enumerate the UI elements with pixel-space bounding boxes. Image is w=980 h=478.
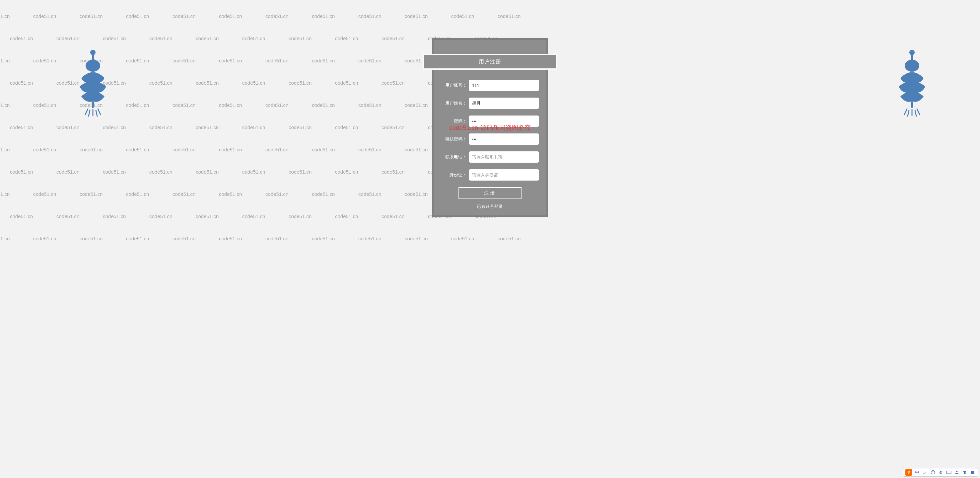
watermark-text: code51.cn: [242, 80, 265, 86]
watermark-text: code51.cn: [219, 147, 242, 152]
watermark-text: code51.cn: [405, 147, 428, 152]
watermark-text: code51.cn: [80, 236, 102, 241]
watermark-text: code51.cn: [289, 80, 312, 86]
register-button[interactable]: 注册: [458, 187, 522, 199]
svg-rect-12: [911, 101, 913, 108]
watermark-text: code51.cn: [405, 13, 428, 19]
input-name[interactable]: [469, 97, 539, 109]
svg-point-11: [905, 60, 919, 72]
watermark-text: code51.cn: [335, 214, 358, 219]
register-card: 用户注册 用户账号： 用户姓名： 密码： 确认密码： 联系电话： 身份证： 注册: [432, 38, 548, 217]
watermark-text: code51.cn: [266, 147, 288, 152]
watermark-text: code51.cn: [312, 13, 335, 19]
label-phone: 联系电话：: [441, 154, 469, 160]
svg-rect-1: [92, 54, 94, 62]
ime-lang-indicator[interactable]: 中: [914, 469, 920, 475]
svg-rect-24: [947, 471, 951, 474]
watermark-text: code51.cn: [56, 80, 79, 86]
svg-rect-10: [911, 54, 913, 62]
label-idcard: 身份证：: [441, 172, 469, 178]
row-idcard: 身份证：: [441, 169, 539, 180]
watermark-text: code51.cn: [382, 35, 404, 41]
watermark-text: code51.cn: [126, 13, 149, 19]
skin-icon[interactable]: [962, 469, 968, 475]
watermark-text: code51.cn: [451, 13, 474, 19]
watermark-text: code51.cn: [196, 214, 219, 219]
svg-line-16: [908, 110, 909, 116]
watermark-text: code51.cn: [149, 214, 172, 219]
watermark-text: code51.cn: [80, 13, 102, 19]
input-phone[interactable]: [469, 151, 539, 163]
watermark-text: code51.cn: [56, 35, 79, 41]
watermark-text: code51.cn: [266, 191, 288, 197]
watermark-text: code51.cn: [242, 124, 265, 130]
input-account[interactable]: [469, 80, 539, 91]
svg-point-19: [931, 471, 935, 474]
watermark-text: code51.cn: [172, 147, 196, 152]
svg-rect-29: [971, 472, 974, 473]
watermark-text: code51.cn: [451, 236, 474, 241]
svg-line-13: [904, 109, 907, 115]
watermark-text: code51.cn: [172, 102, 196, 108]
settings-icon[interactable]: [970, 469, 976, 475]
watermark-text: code51.cn: [80, 58, 102, 64]
watermark-text: code51.cn: [56, 124, 79, 130]
watermark-text: code51.cn: [103, 80, 126, 86]
watermark-text: code51.cn: [149, 124, 172, 130]
label-confirm: 确认密码：: [441, 136, 469, 142]
row-confirm: 确认密码：: [441, 134, 539, 145]
ornament-left: [75, 46, 111, 120]
svg-rect-22: [940, 471, 942, 473]
watermark-text: code51.cn: [266, 236, 288, 241]
svg-line-6: [98, 109, 100, 115]
ime-tray: S 中: [903, 468, 978, 477]
svg-rect-28: [971, 471, 974, 472]
watermark-text: code51.cn: [33, 102, 56, 108]
watermark-text: code51.cn: [10, 35, 33, 41]
watermark-text: code51.cn: [312, 236, 335, 241]
watermark-text: code51.cn: [0, 147, 10, 152]
svg-point-2: [86, 60, 100, 72]
watermark-text: code51.cn: [196, 169, 219, 175]
svg-rect-3: [92, 101, 94, 108]
watermark-text: code51.cn: [126, 102, 149, 108]
emoji-icon[interactable]: [930, 469, 936, 475]
watermark-text: code51.cn: [149, 80, 172, 86]
watermark-text: code51.cn: [382, 214, 404, 219]
label-account: 用户账号：: [441, 82, 469, 88]
punct-icon[interactable]: [922, 469, 928, 475]
card-title: 用户注册: [423, 54, 557, 70]
watermark-text: code51.cn: [33, 147, 56, 152]
input-idcard[interactable]: [469, 169, 539, 180]
watermark-text: code51.cn: [266, 13, 288, 19]
watermark-text: code51.cn: [10, 80, 33, 86]
watermark-text: code51.cn: [56, 169, 79, 175]
person-icon[interactable]: [954, 469, 960, 475]
watermark-text: code51.cn: [382, 169, 404, 175]
watermark-text: code51.cn: [382, 80, 404, 86]
watermark-text: code51.cn: [289, 35, 312, 41]
watermark-text: code51.cn: [242, 35, 265, 41]
keyboard-icon[interactable]: [946, 469, 952, 475]
watermark-text: code51.cn: [149, 169, 172, 175]
login-link[interactable]: 已有账号登录: [441, 204, 539, 209]
sogou-ime-icon[interactable]: S: [905, 469, 912, 476]
watermark-text: code51.cn: [358, 58, 381, 64]
watermark-text: code51.cn: [103, 124, 126, 130]
mic-icon[interactable]: [938, 469, 944, 475]
watermark-text: code51.cn: [266, 102, 288, 108]
watermark-text: code51.cn: [289, 124, 312, 130]
watermark-text: code51.cn: [0, 13, 10, 19]
watermark-text: code51.cn: [358, 191, 381, 197]
svg-point-27: [956, 471, 958, 472]
watermark-text: code51.cn: [405, 102, 428, 108]
svg-rect-30: [971, 473, 974, 474]
watermark-text: code51.cn: [10, 214, 33, 219]
watermark-text: code51.cn: [33, 58, 56, 64]
input-password[interactable]: [469, 116, 539, 127]
watermark-text: code51.cn: [498, 13, 520, 19]
watermark-text: code51.cn: [126, 191, 149, 197]
input-confirm-password[interactable]: [469, 134, 539, 145]
watermark-text: code51.cn: [382, 124, 404, 130]
svg-line-8: [96, 110, 97, 116]
